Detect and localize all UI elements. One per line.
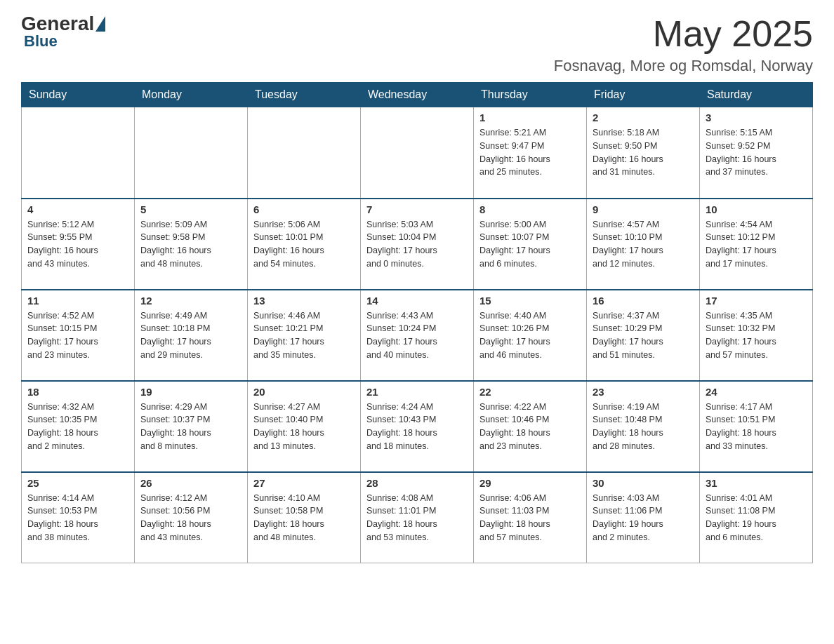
calendar-cell: 16Sunrise: 4:37 AM Sunset: 10:29 PM Dayl… bbox=[587, 290, 700, 381]
day-info: Sunrise: 4:32 AM Sunset: 10:35 PM Daylig… bbox=[27, 401, 128, 453]
calendar-cell: 26Sunrise: 4:12 AM Sunset: 10:56 PM Dayl… bbox=[135, 472, 248, 563]
day-number: 13 bbox=[253, 295, 355, 307]
day-info: Sunrise: 5:12 AM Sunset: 9:55 PM Dayligh… bbox=[27, 218, 128, 271]
week-row-3: 11Sunrise: 4:52 AM Sunset: 10:15 PM Dayl… bbox=[22, 290, 813, 381]
day-number: 7 bbox=[366, 203, 468, 215]
calendar-cell: 11Sunrise: 4:52 AM Sunset: 10:15 PM Dayl… bbox=[22, 290, 135, 381]
day-info: Sunrise: 4:10 AM Sunset: 10:58 PM Daylig… bbox=[253, 492, 355, 544]
day-number: 3 bbox=[706, 112, 807, 123]
calendar-cell: 3Sunrise: 5:15 AM Sunset: 9:52 PM Daylig… bbox=[700, 107, 813, 199]
day-number: 27 bbox=[253, 477, 355, 489]
calendar-cell: 19Sunrise: 4:29 AM Sunset: 10:37 PM Dayl… bbox=[135, 381, 248, 472]
day-info: Sunrise: 4:12 AM Sunset: 10:56 PM Daylig… bbox=[140, 492, 241, 544]
logo: General Blue bbox=[21, 14, 107, 51]
logo-triangle-icon bbox=[95, 16, 105, 32]
week-row-5: 25Sunrise: 4:14 AM Sunset: 10:53 PM Dayl… bbox=[22, 472, 813, 563]
calendar-cell: 10Sunrise: 4:54 AM Sunset: 10:12 PM Dayl… bbox=[700, 199, 813, 290]
day-info: Sunrise: 5:09 AM Sunset: 9:58 PM Dayligh… bbox=[140, 218, 241, 271]
day-number: 21 bbox=[366, 386, 468, 398]
calendar-cell: 1Sunrise: 5:21 AM Sunset: 9:47 PM Daylig… bbox=[474, 107, 587, 199]
day-info: Sunrise: 4:17 AM Sunset: 10:51 PM Daylig… bbox=[706, 401, 807, 453]
day-number: 31 bbox=[706, 477, 807, 489]
day-info: Sunrise: 4:22 AM Sunset: 10:46 PM Daylig… bbox=[479, 401, 581, 453]
calendar-cell: 2Sunrise: 5:18 AM Sunset: 9:50 PM Daylig… bbox=[587, 107, 700, 199]
day-info: Sunrise: 4:27 AM Sunset: 10:40 PM Daylig… bbox=[253, 401, 355, 453]
day-number: 5 bbox=[140, 203, 241, 215]
day-number: 24 bbox=[706, 386, 807, 398]
day-number: 28 bbox=[366, 477, 468, 489]
day-number: 6 bbox=[253, 203, 355, 215]
calendar-cell: 6Sunrise: 5:06 AM Sunset: 10:01 PM Dayli… bbox=[248, 199, 361, 290]
calendar-cell: 28Sunrise: 4:08 AM Sunset: 11:01 PM Dayl… bbox=[361, 472, 474, 563]
day-number: 9 bbox=[593, 203, 694, 215]
day-info: Sunrise: 4:24 AM Sunset: 10:43 PM Daylig… bbox=[366, 401, 468, 453]
day-info: Sunrise: 4:57 AM Sunset: 10:10 PM Daylig… bbox=[593, 218, 694, 271]
day-info: Sunrise: 4:54 AM Sunset: 10:12 PM Daylig… bbox=[706, 218, 807, 271]
calendar-cell: 21Sunrise: 4:24 AM Sunset: 10:43 PM Dayl… bbox=[361, 381, 474, 472]
calendar-cell: 29Sunrise: 4:06 AM Sunset: 11:03 PM Dayl… bbox=[474, 472, 587, 563]
day-info: Sunrise: 4:01 AM Sunset: 11:08 PM Daylig… bbox=[706, 492, 807, 544]
day-info: Sunrise: 5:06 AM Sunset: 10:01 PM Daylig… bbox=[253, 218, 355, 271]
day-number: 29 bbox=[479, 477, 581, 489]
weekday-header-sunday: Sunday bbox=[22, 83, 135, 107]
title-area: May 2025 Fosnavag, More og Romsdal, Norw… bbox=[554, 14, 813, 75]
day-number: 23 bbox=[593, 386, 694, 398]
calendar-cell bbox=[248, 107, 361, 199]
page-header: General Blue May 2025 Fosnavag, More og … bbox=[21, 14, 813, 75]
calendar-cell: 20Sunrise: 4:27 AM Sunset: 10:40 PM Dayl… bbox=[248, 381, 361, 472]
day-number: 2 bbox=[593, 112, 694, 123]
logo-blue: Blue bbox=[24, 32, 58, 51]
day-number: 15 bbox=[479, 295, 581, 307]
day-number: 22 bbox=[479, 386, 581, 398]
calendar-cell bbox=[135, 107, 248, 199]
day-number: 4 bbox=[27, 203, 128, 215]
day-info: Sunrise: 4:37 AM Sunset: 10:29 PM Daylig… bbox=[593, 309, 694, 362]
logo-general: General bbox=[21, 14, 94, 34]
day-number: 30 bbox=[593, 477, 694, 489]
location-title: Fosnavag, More og Romsdal, Norway bbox=[554, 57, 813, 75]
week-row-1: 1Sunrise: 5:21 AM Sunset: 9:47 PM Daylig… bbox=[22, 107, 813, 199]
day-info: Sunrise: 4:19 AM Sunset: 10:48 PM Daylig… bbox=[593, 401, 694, 453]
day-number: 14 bbox=[366, 295, 468, 307]
day-info: Sunrise: 4:46 AM Sunset: 10:21 PM Daylig… bbox=[253, 309, 355, 362]
calendar-cell: 24Sunrise: 4:17 AM Sunset: 10:51 PM Dayl… bbox=[700, 381, 813, 472]
week-row-4: 18Sunrise: 4:32 AM Sunset: 10:35 PM Dayl… bbox=[22, 381, 813, 472]
day-info: Sunrise: 5:15 AM Sunset: 9:52 PM Dayligh… bbox=[706, 126, 807, 179]
day-info: Sunrise: 4:49 AM Sunset: 10:18 PM Daylig… bbox=[140, 309, 241, 362]
calendar-table: SundayMondayTuesdayWednesdayThursdayFrid… bbox=[21, 82, 813, 563]
calendar-cell: 31Sunrise: 4:01 AM Sunset: 11:08 PM Dayl… bbox=[700, 472, 813, 563]
day-number: 20 bbox=[253, 386, 355, 398]
day-number: 16 bbox=[593, 295, 694, 307]
day-number: 10 bbox=[706, 203, 807, 215]
week-row-2: 4Sunrise: 5:12 AM Sunset: 9:55 PM Daylig… bbox=[22, 199, 813, 290]
calendar-cell: 13Sunrise: 4:46 AM Sunset: 10:21 PM Dayl… bbox=[248, 290, 361, 381]
day-info: Sunrise: 4:40 AM Sunset: 10:26 PM Daylig… bbox=[479, 309, 581, 362]
day-info: Sunrise: 4:03 AM Sunset: 11:06 PM Daylig… bbox=[593, 492, 694, 544]
day-info: Sunrise: 5:03 AM Sunset: 10:04 PM Daylig… bbox=[366, 218, 468, 271]
day-number: 1 bbox=[479, 112, 581, 123]
calendar-cell bbox=[22, 107, 135, 199]
calendar-cell bbox=[361, 107, 474, 199]
calendar-cell: 23Sunrise: 4:19 AM Sunset: 10:48 PM Dayl… bbox=[587, 381, 700, 472]
weekday-header-saturday: Saturday bbox=[700, 83, 813, 107]
calendar-cell: 18Sunrise: 4:32 AM Sunset: 10:35 PM Dayl… bbox=[22, 381, 135, 472]
calendar-cell: 27Sunrise: 4:10 AM Sunset: 10:58 PM Dayl… bbox=[248, 472, 361, 563]
calendar-cell: 4Sunrise: 5:12 AM Sunset: 9:55 PM Daylig… bbox=[22, 199, 135, 290]
day-number: 25 bbox=[27, 477, 128, 489]
day-number: 11 bbox=[27, 295, 128, 307]
day-number: 12 bbox=[140, 295, 241, 307]
weekday-header-monday: Monday bbox=[135, 83, 248, 107]
calendar-cell: 22Sunrise: 4:22 AM Sunset: 10:46 PM Dayl… bbox=[474, 381, 587, 472]
calendar-cell: 12Sunrise: 4:49 AM Sunset: 10:18 PM Dayl… bbox=[135, 290, 248, 381]
day-number: 26 bbox=[140, 477, 241, 489]
weekday-header-tuesday: Tuesday bbox=[248, 83, 361, 107]
calendar-cell: 8Sunrise: 5:00 AM Sunset: 10:07 PM Dayli… bbox=[474, 199, 587, 290]
day-info: Sunrise: 5:21 AM Sunset: 9:47 PM Dayligh… bbox=[479, 126, 581, 179]
day-info: Sunrise: 5:00 AM Sunset: 10:07 PM Daylig… bbox=[479, 218, 581, 271]
weekday-header-friday: Friday bbox=[587, 83, 700, 107]
day-number: 17 bbox=[706, 295, 807, 307]
day-info: Sunrise: 5:18 AM Sunset: 9:50 PM Dayligh… bbox=[593, 126, 694, 179]
calendar-cell: 14Sunrise: 4:43 AM Sunset: 10:24 PM Dayl… bbox=[361, 290, 474, 381]
day-number: 18 bbox=[27, 386, 128, 398]
calendar-cell: 7Sunrise: 5:03 AM Sunset: 10:04 PM Dayli… bbox=[361, 199, 474, 290]
